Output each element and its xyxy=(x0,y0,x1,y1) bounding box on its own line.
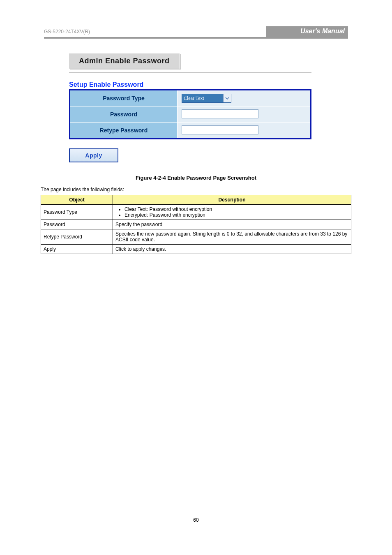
page-number: 60 xyxy=(0,517,392,523)
chevron-down-icon[interactable] xyxy=(223,94,231,102)
th-object: Object xyxy=(41,195,113,205)
password-field[interactable] xyxy=(182,109,258,118)
password-type-value: Clear Text xyxy=(182,94,223,102)
label-retype-password: Retype Password xyxy=(70,123,178,139)
cell-object: Retype Password xyxy=(41,229,113,245)
apply-button[interactable]: Apply xyxy=(69,148,118,162)
figure-caption: Figure 4-2-4 Enable Password Page Screen… xyxy=(0,175,392,181)
cell-object: Password xyxy=(41,220,113,229)
list-item: Encrypted: Password with encryption xyxy=(125,212,348,218)
label-password-type: Password Type xyxy=(70,90,178,106)
retype-password-field[interactable] xyxy=(182,125,258,134)
page-header: GS-5220-24T4XV(R) User's Manual xyxy=(44,26,348,39)
config-panel: Admin Enable Password Setup Enable Passw… xyxy=(69,53,311,162)
model-label: GS-5220-24T4XV(R) xyxy=(44,29,90,35)
panel-title-text: Admin Enable Password xyxy=(79,57,170,65)
cell-description: Specifies the new password again. String… xyxy=(113,229,351,245)
table-row: Password Type Clear Text: Password witho… xyxy=(41,205,351,220)
description-table: Object Description Password Type Clear T… xyxy=(41,195,351,254)
section-title: Setup Enable Password xyxy=(69,81,311,88)
list-item: Clear Text: Password without encryption xyxy=(125,206,348,212)
table-row: Password Specify the password xyxy=(41,220,351,229)
row-password: Password xyxy=(70,106,311,123)
intro-line: The page includes the following fields: xyxy=(41,187,351,192)
table-row: Apply Click to apply changes. xyxy=(41,245,351,254)
divider xyxy=(69,72,311,73)
table-row: Retype Password Specifies the new passwo… xyxy=(41,229,351,245)
th-description: Description xyxy=(113,195,351,205)
table-header-row: Object Description xyxy=(41,195,351,205)
cell-object: Apply xyxy=(41,245,113,254)
cell-description: Specify the password xyxy=(113,220,351,229)
row-retype-password: Retype Password xyxy=(70,123,311,139)
cell-description: Clear Text: Password without encryption … xyxy=(113,205,351,220)
panel-title: Admin Enable Password xyxy=(69,53,180,69)
brand-label: User's Manual xyxy=(300,28,345,35)
cell-object: Password Type xyxy=(41,205,113,220)
cell-description: Click to apply changes. xyxy=(113,245,351,254)
setup-form-table: Password Type Clear Text Password xyxy=(69,89,311,139)
password-type-select[interactable]: Clear Text xyxy=(182,94,231,103)
label-password: Password xyxy=(70,106,178,123)
row-password-type: Password Type Clear Text xyxy=(70,90,311,106)
